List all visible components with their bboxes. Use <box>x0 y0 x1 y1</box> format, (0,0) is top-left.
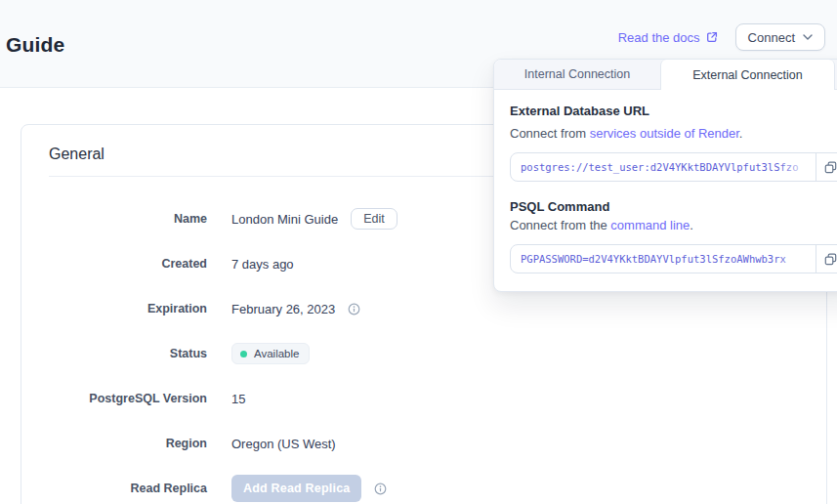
region-value: Oregon (US West) <box>231 437 336 451</box>
postgres-version-label: PostgreSQL Version <box>49 392 207 405</box>
external-db-url-description: Connect from services outside of Render. <box>510 126 837 141</box>
region-value-group: Oregon (US West) <box>231 437 336 451</box>
expiration-row: Expiration February 26, 2023 <box>49 286 799 331</box>
region-row: Region Oregon (US West) <box>49 421 799 466</box>
created-label: Created <box>49 257 207 271</box>
psql-desc-suffix: . <box>690 218 693 232</box>
connect-button-label: Connect <box>748 30 795 45</box>
expiration-info-icon[interactable] <box>348 303 360 315</box>
connect-panel: Internal Connection External Connection … <box>493 59 837 292</box>
chevron-down-icon <box>803 34 813 40</box>
name-label: Name <box>49 212 207 226</box>
external-link-icon <box>706 31 718 43</box>
read-replica-label: Read Replica <box>49 482 207 495</box>
external-db-url-heading: External Database URL <box>510 104 837 118</box>
psql-command-value: PGPASSWORD=d2V4YKktBDAYVlpfut3lSfzoAWhwb… <box>511 245 816 273</box>
name-value: London Mini Guide <box>231 212 338 227</box>
connect-panel-body: External Database URL Connect from servi… <box>494 90 837 291</box>
name-value-group: London Mini Guide Edit <box>231 208 398 230</box>
expiration-value: February 26, 2023 <box>231 302 335 316</box>
command-line-link[interactable]: command line <box>610 218 690 232</box>
psql-command-input-group: PGPASSWORD=d2V4YKktBDAYVlpfut3lSfzoAWhwb… <box>510 244 837 273</box>
external-db-url-input-group: postgres://test_user:d2V4YKktBDAYVlpfut3… <box>510 152 837 182</box>
connect-button[interactable]: Connect <box>735 23 825 51</box>
page-title: Guide <box>6 33 65 57</box>
copy-icon <box>824 253 837 266</box>
status-value-group: Available <box>231 343 310 364</box>
region-label: Region <box>49 437 207 450</box>
edit-name-button[interactable]: Edit <box>351 208 398 230</box>
status-label: Status <box>49 347 207 360</box>
expiration-value-group: February 26, 2023 <box>231 302 360 316</box>
copy-icon <box>824 161 837 174</box>
services-outside-render-link[interactable]: services outside of Render <box>590 126 739 141</box>
add-read-replica-button[interactable]: Add Read Replica <box>231 475 361 502</box>
tab-external-connection[interactable]: External Connection <box>660 60 835 90</box>
tab-internal-connection[interactable]: Internal Connection <box>494 60 660 89</box>
external-db-url-input[interactable]: postgres://test_user:d2V4YKktBDAYVlpfut3… <box>511 153 816 181</box>
header-actions: Read the docs Connect <box>618 23 825 51</box>
created-value: 7 days ago <box>231 257 294 272</box>
page: Guide Read the docs Connect <box>0 0 837 504</box>
postgres-version-row: PostgreSQL Version 15 <box>49 376 799 421</box>
expiration-label: Expiration <box>49 302 207 315</box>
status-badge-label: Available <box>254 348 299 359</box>
connect-panel-tabs: Internal Connection External Connection <box>494 60 837 90</box>
psql-command-heading: PSQL Command <box>510 199 837 214</box>
copy-psql-button[interactable] <box>816 245 837 273</box>
copy-db-url-button[interactable] <box>816 153 837 181</box>
postgres-version-value: 15 <box>231 392 245 406</box>
read-docs-label: Read the docs <box>618 30 700 45</box>
created-value-group: 7 days ago <box>231 257 294 272</box>
read-replica-value-group: Add Read Replica <box>231 475 387 502</box>
status-dot-icon <box>240 351 247 357</box>
external-db-url-value: postgres://test_user:d2V4YKktBDAYVlpfut3… <box>511 153 816 181</box>
psql-command-description: Connect from the command line. <box>510 218 837 232</box>
status-badge: Available <box>231 343 310 364</box>
read-replica-info-icon[interactable] <box>374 483 387 495</box>
psql-command-input[interactable]: PGPASSWORD=d2V4YKktBDAYVlpfut3lSfzoAWhwb… <box>511 245 816 273</box>
status-row: Status Available <box>49 331 799 376</box>
read-docs-link[interactable]: Read the docs <box>618 30 718 45</box>
postgres-version-value-group: 15 <box>231 392 245 406</box>
external-db-url-desc-suffix: . <box>739 126 743 141</box>
psql-desc-prefix: Connect from the <box>510 218 610 232</box>
read-replica-row: Read Replica Add Read Replica <box>49 466 799 504</box>
external-db-url-desc-prefix: Connect from <box>510 126 590 141</box>
